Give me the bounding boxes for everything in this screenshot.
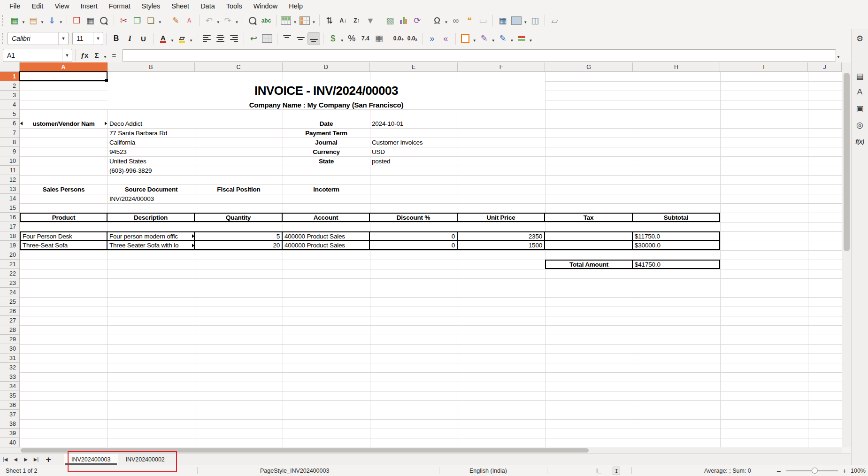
currency-format-button-dropdown-icon[interactable]: ▼	[340, 38, 344, 43]
menu-insert[interactable]: Insert	[75, 1, 103, 11]
highlight-color-button[interactable]: ▱	[175, 32, 189, 45]
menu-styles[interactable]: Styles	[136, 1, 166, 11]
align-center-button[interactable]	[214, 32, 227, 45]
cell-F19[interactable]: 1500	[458, 241, 545, 250]
insert-chart-button[interactable]	[397, 14, 410, 27]
cell-H16[interactable]: Subtotal	[633, 213, 720, 222]
cell-cursor[interactable]	[19, 71, 108, 81]
insert-mode-icon[interactable]: I_	[596, 465, 601, 476]
cell-B14[interactable]: INV/2024/00003	[108, 194, 195, 203]
currency-format-button[interactable]: $	[326, 32, 340, 45]
row-header-27[interactable]: 27	[0, 316, 20, 325]
sum-dropdown-icon[interactable]: ▼	[103, 55, 107, 59]
sum-button[interactable]: Σ	[91, 49, 103, 61]
find-replace-button[interactable]	[246, 14, 260, 27]
freeze-rows-columns-button-dropdown-icon[interactable]: ▼	[523, 20, 527, 24]
column-header-E[interactable]: E	[370, 62, 458, 72]
paste-button[interactable]: ❏	[144, 14, 158, 27]
expand-formula-bar-icon[interactable]: ▼	[837, 55, 840, 59]
align-right-button[interactable]	[227, 32, 241, 45]
toolbar-drag-handle[interactable]	[2, 33, 5, 44]
row-header-16[interactable]: 16	[0, 213, 20, 222]
borders-button-dropdown-icon[interactable]: ▼	[473, 38, 476, 43]
font-color-button[interactable]: A	[156, 32, 170, 45]
cell-D10[interactable]: State	[283, 156, 370, 166]
row-header-26[interactable]: 26	[0, 307, 20, 316]
cell-D16[interactable]: Account	[283, 213, 370, 222]
row-header-24[interactable]: 24	[0, 288, 20, 297]
open-button[interactable]: ▤	[26, 14, 40, 27]
cell-E18[interactable]: 0	[370, 231, 458, 241]
column-header-A[interactable]: A	[20, 62, 108, 72]
navigator-icon[interactable]: ◎	[852, 118, 868, 131]
open-button-dropdown-icon[interactable]: ▼	[40, 20, 44, 24]
insert-row-button-dropdown-icon[interactable]: ▼	[293, 20, 297, 24]
column-header-J[interactable]: J	[808, 62, 842, 72]
column-header-H[interactable]: H	[633, 62, 720, 72]
cell-E9[interactable]: USD	[370, 147, 458, 156]
vertical-scrollbar[interactable]	[842, 62, 851, 447]
font-size-combobox[interactable]: 11▼	[72, 32, 103, 45]
row-header-5[interactable]: 5	[0, 109, 20, 119]
row-header-30[interactable]: 30	[0, 344, 20, 353]
italic-button[interactable]: I	[123, 32, 137, 45]
gallery-icon[interactable]: ▣	[852, 102, 868, 115]
cell-D19[interactable]: 400000 Product Sales	[283, 241, 370, 250]
row-header-1[interactable]: 1	[0, 72, 20, 81]
insert-column-button[interactable]	[298, 14, 311, 27]
function-wizard-button[interactable]: ƒx	[78, 49, 91, 61]
cell-E6[interactable]: 2024-10-01	[370, 119, 458, 128]
cell-F18[interactable]: 2350	[458, 231, 545, 241]
cell-C18[interactable]: 5	[195, 231, 283, 241]
border-color-button-dropdown-icon[interactable]: ▼	[510, 38, 514, 43]
menu-view[interactable]: View	[49, 1, 75, 11]
menu-tools[interactable]: Tools	[221, 1, 248, 11]
cell-G21[interactable]: Total Amount	[545, 260, 633, 269]
formula-input-line[interactable]	[122, 49, 836, 61]
cell-D6[interactable]: Date	[283, 119, 370, 128]
menu-file[interactable]: File	[4, 1, 26, 11]
highlight-color-button-dropdown-icon[interactable]: ▼	[189, 38, 193, 43]
row-header-3[interactable]: 3	[0, 91, 20, 100]
freeze-rows-columns-button[interactable]	[509, 14, 523, 27]
cell-E8[interactable]: Customer Invoices	[370, 138, 458, 147]
cell-E16[interactable]: Discount %	[370, 213, 458, 222]
decrease-indent-button[interactable]: «	[439, 32, 453, 45]
properties-icon[interactable]: ▤	[852, 69, 868, 83]
column-header-B[interactable]: B	[108, 62, 195, 72]
insert-comment-button[interactable]: ❝	[462, 14, 476, 27]
cell-B2[interactable]: INVOICE - INV/2024/00003	[108, 81, 545, 100]
next-sheet-button[interactable]: ▶	[21, 454, 31, 465]
cell-B11[interactable]: (603)-996-3829	[108, 166, 195, 175]
borders-button[interactable]	[459, 32, 472, 45]
cell-A16[interactable]: Product	[20, 213, 108, 222]
save-button[interactable]: ⇓	[45, 14, 59, 27]
save-button-dropdown-icon[interactable]: ▼	[59, 20, 63, 24]
number-format-button[interactable]: 7.4	[359, 32, 372, 45]
add-sheet-button[interactable]: +	[41, 454, 55, 465]
cell-A19[interactable]: Three-Seat Sofa	[20, 241, 108, 250]
zoom-in-icon[interactable]: +	[843, 465, 846, 476]
percent-format-button[interactable]: %	[345, 32, 359, 45]
vertical-scrollbar-thumb[interactable]	[844, 73, 850, 251]
row-header-9[interactable]: 9	[0, 147, 20, 156]
zoom-slider-thumb[interactable]	[812, 468, 818, 474]
show-draw-functions-button[interactable]: ▱	[548, 14, 561, 27]
cell-D18[interactable]: 400000 Product Sales	[283, 231, 370, 241]
previous-sheet-button[interactable]: ◀	[10, 454, 21, 465]
row-header-28[interactable]: 28	[0, 325, 20, 335]
center-vertically-button[interactable]	[294, 32, 307, 45]
new-document-button-dropdown-icon[interactable]: ▼	[22, 20, 25, 24]
align-left-button[interactable]	[200, 32, 214, 45]
menu-window[interactable]: Window	[248, 1, 284, 11]
zoom-percent[interactable]: 100%	[851, 465, 866, 476]
sidebar-settings-icon[interactable]: ⚙	[852, 32, 868, 45]
add-decimal-button[interactable]: 0.0₊	[392, 32, 406, 45]
cell-F16[interactable]: Unit Price	[458, 213, 545, 222]
cell-B19[interactable]: Three Seater Sofa with lo	[108, 241, 195, 250]
border-color-button[interactable]: ✎	[496, 32, 510, 45]
cell-B13[interactable]: Source Document	[108, 184, 195, 194]
cell-B6[interactable]: Deco Addict	[108, 119, 195, 128]
menu-edit[interactable]: Edit	[26, 1, 49, 11]
sort-button[interactable]: ⇅	[323, 14, 336, 27]
